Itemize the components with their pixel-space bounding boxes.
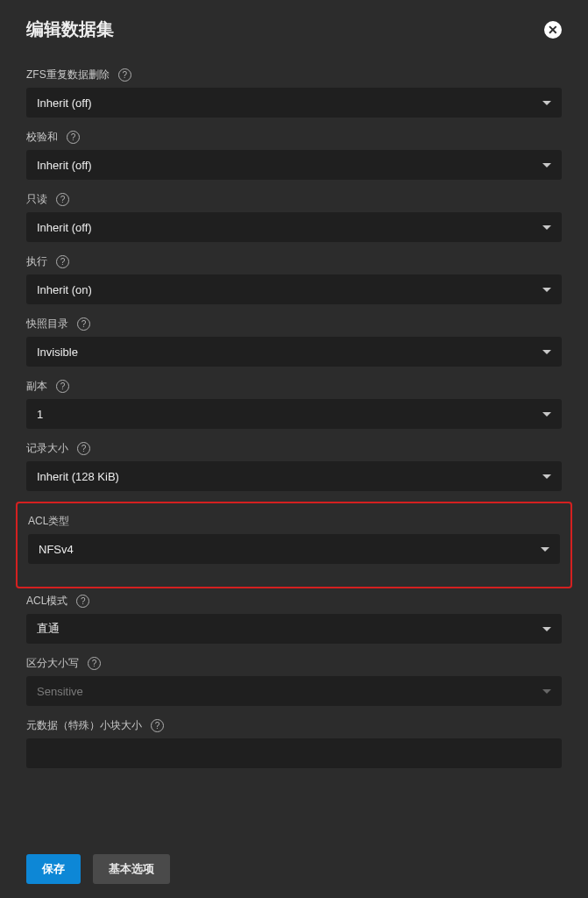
basic-options-button[interactable]: 基本选项: [93, 854, 170, 884]
field-label: 只读: [26, 192, 47, 207]
acl-type-highlight: ACL类型 NFSv4: [16, 502, 572, 588]
case-sensitivity-select: Sensitive: [26, 676, 562, 706]
select-value: Sensitive: [37, 685, 83, 698]
field-label: 元数据（特殊）小块大小: [26, 718, 142, 733]
dialog-title: 编辑数据集: [26, 18, 114, 41]
zfs-dedup-select[interactable]: Inherit (off): [26, 88, 562, 118]
chevron-down-icon: [542, 101, 551, 105]
copies-select[interactable]: 1: [26, 399, 562, 429]
select-value: 直通: [37, 621, 60, 637]
help-icon[interactable]: ?: [76, 595, 89, 608]
chevron-down-icon: [542, 350, 551, 354]
select-value: Inherit (off): [37, 159, 92, 172]
field-snapshot-dir: 快照目录 ? Invisible: [26, 317, 562, 367]
help-icon[interactable]: ?: [77, 317, 90, 331]
chevron-down-icon: [542, 474, 551, 479]
help-icon[interactable]: ?: [151, 719, 164, 732]
help-icon[interactable]: ?: [88, 657, 101, 670]
acl-type-select[interactable]: NFSv4: [28, 534, 560, 564]
snapshot-dir-select[interactable]: Invisible: [26, 337, 562, 367]
select-value: Inherit (on): [37, 283, 92, 296]
field-label: 快照目录: [26, 317, 68, 331]
checksum-select[interactable]: Inherit (off): [26, 150, 562, 180]
field-acl-type: ACL类型 NFSv4: [28, 514, 560, 564]
help-icon[interactable]: ?: [118, 68, 131, 82]
dialog-header: 编辑数据集 ✕: [0, 0, 588, 55]
field-copies: 副本 ? 1: [26, 379, 562, 429]
select-value: Inherit (off): [37, 96, 92, 110]
save-button[interactable]: 保存: [26, 854, 81, 884]
exec-select[interactable]: Inherit (on): [26, 274, 562, 304]
chevron-down-icon: [542, 163, 551, 167]
help-icon[interactable]: ?: [56, 255, 69, 268]
select-value: 1: [37, 408, 43, 421]
field-checksum: 校验和 ? Inherit (off): [26, 130, 562, 180]
field-label: ACL类型: [28, 514, 69, 529]
chevron-down-icon: [542, 288, 551, 292]
help-icon[interactable]: ?: [77, 442, 90, 455]
field-label: 区分大小写: [26, 656, 79, 671]
record-size-select[interactable]: Inherit (128 KiB): [26, 461, 562, 491]
select-value: Inherit (128 KiB): [37, 470, 119, 483]
dialog-footer: 保存 基本选项: [0, 840, 588, 898]
select-value: NFSv4: [39, 543, 74, 556]
chevron-down-icon: [542, 689, 551, 694]
field-metadata-special-block: 元数据（特殊）小块大小 ?: [26, 718, 562, 768]
select-value: Invisible: [37, 346, 78, 359]
field-label: ACL模式: [26, 594, 67, 609]
select-value: Inherit (off): [37, 221, 92, 234]
field-exec: 执行 ? Inherit (on): [26, 254, 562, 304]
dialog-content: ZFS重复数据删除 ? Inherit (off) 校验和 ? Inherit …: [0, 68, 588, 768]
chevron-down-icon: [541, 547, 549, 552]
help-icon[interactable]: ?: [67, 131, 80, 144]
acl-mode-select[interactable]: 直通: [26, 614, 562, 644]
help-icon[interactable]: ?: [56, 193, 69, 206]
field-label: 副本: [26, 379, 47, 394]
edit-dataset-dialog: 编辑数据集 ✕ ZFS重复数据删除 ? Inherit (off) 校验和 ? …: [0, 0, 588, 898]
field-readonly: 只读 ? Inherit (off): [26, 192, 562, 242]
field-label: ZFS重复数据删除: [26, 68, 110, 82]
metadata-special-input[interactable]: [26, 738, 562, 768]
chevron-down-icon: [542, 627, 551, 631]
field-label: 校验和: [26, 130, 58, 145]
field-zfs-dedup: ZFS重复数据删除 ? Inherit (off): [26, 68, 562, 118]
chevron-down-icon: [542, 225, 551, 230]
field-acl-mode: ACL模式 ? 直通: [26, 594, 562, 644]
field-label: 执行: [26, 254, 47, 269]
help-icon[interactable]: ?: [56, 380, 69, 393]
field-record-size: 记录大小 ? Inherit (128 KiB): [26, 441, 562, 491]
close-icon[interactable]: ✕: [544, 21, 562, 39]
chevron-down-icon: [542, 412, 551, 417]
field-case-sensitivity: 区分大小写 ? Sensitive: [26, 656, 562, 706]
field-label: 记录大小: [26, 441, 68, 456]
readonly-select[interactable]: Inherit (off): [26, 212, 562, 242]
